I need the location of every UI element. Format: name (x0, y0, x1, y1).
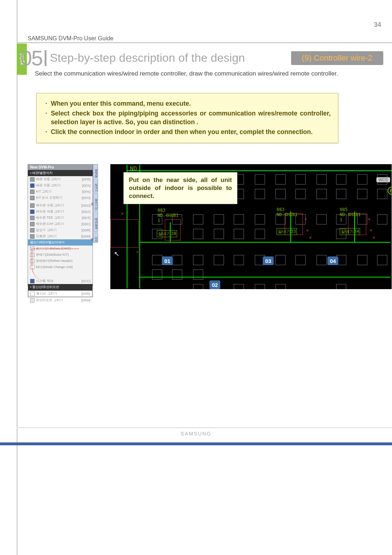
panel-title: New DVM-Pro (28, 165, 93, 170)
step-badge: 01 (162, 256, 173, 265)
cad-unit (357, 174, 367, 185)
panel-item[interactable]: 유선리모컨 그리기[DRM] (28, 297, 93, 303)
cad-unit (193, 229, 203, 239)
panel-item-selected[interactable]: 통신선 그리기[DTR] (28, 290, 93, 297)
cad-red-block (110, 219, 139, 248)
cad-x-marker: × (370, 228, 372, 232)
side-tab[interactable]: 배관설계 (93, 211, 98, 232)
cad-unit (357, 255, 367, 265)
cad-unit (317, 255, 327, 265)
cad-unit (214, 214, 224, 224)
callout-arrow-dotted (32, 248, 79, 281)
tip-text: Select check box the piping/piping acces… (51, 109, 331, 127)
cad-unit (172, 270, 182, 280)
workspace: New DVM-Pro ▪ 배관/별창자치 배관 수동 그리기[DFR] 배관 … (28, 164, 392, 289)
cad-x-marker: × (305, 217, 307, 221)
cad-unit (377, 255, 387, 265)
cad-unit (255, 214, 265, 224)
bullet-icon: · (45, 127, 47, 137)
tip-box: ·When you enter this command, menu execu… (36, 93, 338, 143)
cad-unit (172, 255, 182, 265)
cad-unit (234, 255, 244, 265)
side-tab[interactable]: 실외기선정 (93, 193, 98, 211)
panel-side-tabs: 설정설계 실내기 실외기선정 배관설계 리포트 (93, 164, 98, 243)
tip-line: ·When you enter this command, menu execu… (44, 99, 331, 108)
title-rule (17, 42, 392, 43)
doc-title: SAMSUNG DVM-Pro User Guide (28, 35, 114, 42)
cad-unit (336, 174, 346, 185)
cad-unit (317, 174, 327, 185)
cad-unit-label: 실내기33 (277, 228, 297, 235)
panel-item[interactable]: 배수관 CAP 그리기[DDC] (28, 221, 93, 227)
cad-unit (255, 189, 265, 199)
cad-unit (317, 214, 327, 224)
side-tab[interactable]: 설정설계 (93, 164, 98, 178)
cad-unit (234, 214, 244, 224)
bullet-icon: · (45, 99, 47, 108)
tip-line: ·Select check box the piping/piping acce… (44, 109, 331, 127)
panel-section-header: ▪ 배관/별창자치 (28, 170, 93, 176)
cad-unit (193, 255, 203, 265)
side-tab[interactable]: 리포트 (93, 232, 98, 243)
cad-unit (377, 189, 387, 199)
cad-unit-label: 085ND.4HXB11 (340, 207, 361, 222)
section-title: Step-by-step description of the design (50, 51, 291, 65)
cad-unit (193, 270, 203, 280)
cad-unit (275, 255, 286, 265)
cad-unit (336, 189, 346, 199)
wcs-badge: WCS (376, 177, 390, 182)
cad-x-marker: × (309, 235, 311, 240)
cad-unit-label: 실내기28 (157, 230, 177, 237)
panel-section-header: ▪ 통신선/유선리모컨 (28, 284, 93, 290)
panel-item[interactable]: 배수관 수동 그리기[DDO] (28, 202, 93, 208)
panel-item[interactable]: 배관 자동 그리기[DFA] (28, 182, 93, 189)
cad-x-marker: × (306, 228, 309, 232)
panel-item[interactable]: KIT 순서 조정하기[DFO] (28, 195, 93, 201)
step-badge: 02 (209, 280, 220, 289)
cad-unit (255, 284, 265, 289)
tip-text: When you enter this command, menu execut… (51, 99, 191, 108)
cad-unit (295, 189, 306, 199)
footer-brand: SAMSUNG (0, 431, 392, 437)
cad-unit (336, 284, 346, 289)
left-margin-rule (17, 0, 17, 555)
cad-unit (214, 255, 224, 265)
subsection-badge: (9) Controller wire-2 (291, 51, 383, 65)
cad-unit (357, 189, 367, 199)
tip-text: Click the connection indoor in order and… (51, 127, 313, 137)
wire-line (140, 277, 391, 278)
callout-text: Put on the near side, all of unit outsid… (129, 177, 232, 199)
cad-unit-label: 083ND.4HXB11 (158, 208, 179, 223)
footer-bar (0, 442, 392, 445)
section-number: 05 (20, 46, 42, 70)
title-row: 05 Step-by-step description of the desig… (20, 46, 383, 70)
wire-line (127, 170, 392, 171)
panel-item[interactable]: KIT 그리기[DFK] (28, 189, 93, 195)
cad-unit (255, 174, 265, 185)
bullet-icon: · (45, 109, 47, 127)
cad-label: ND (130, 165, 137, 172)
panel-dropdown[interactable]: 밸브기/EEV/밸브아세더 (28, 239, 93, 246)
cad-unit (193, 284, 203, 289)
panel-item[interactable]: 배수관 TEE 그리기[DDT] (28, 215, 93, 221)
step-badge: 03 (263, 256, 274, 265)
cad-unit (317, 189, 327, 199)
side-tab[interactable]: 실내기 (93, 179, 98, 193)
section-description: Select the communication wires/wired rem… (35, 69, 383, 78)
cad-unit (295, 255, 306, 265)
wire-line (140, 242, 391, 243)
cad-unit (214, 229, 224, 239)
cad-unit (152, 255, 162, 265)
cad-unit (275, 284, 286, 289)
tip-line: ·Click the connection indoor in order an… (44, 127, 331, 137)
panel-item[interactable]: 배수관 자동 그리기[DDA] (28, 208, 93, 215)
cad-unit (295, 174, 306, 185)
cad-x-marker: × (121, 211, 123, 216)
cad-unit (234, 229, 244, 239)
step-badge: 04 (327, 256, 338, 265)
callout-box: Put on the near side, all of unit outsid… (123, 172, 237, 204)
panel-item[interactable]: 배관 수동 그리기[DFR] (28, 176, 93, 182)
cad-unit-label: 실내기34 (340, 228, 360, 235)
panel-item[interactable]: 모르관 그리기[DDM] (28, 233, 93, 239)
panel-item[interactable]: 입상구 그리기[DDR] (28, 227, 93, 233)
